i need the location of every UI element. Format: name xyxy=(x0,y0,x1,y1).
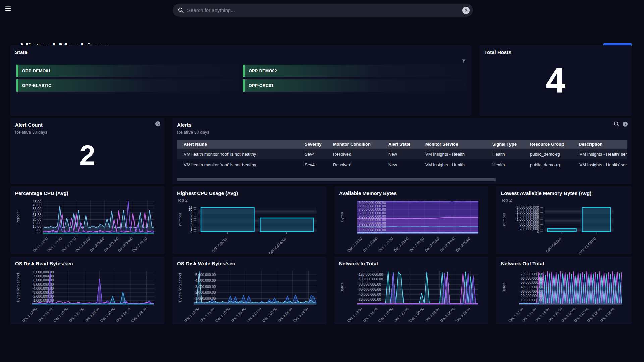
table-row[interactable]: VMHealth monitor 'root' is not healthySe… xyxy=(177,149,627,159)
disk-write-chart: Dec 1 12:00Dec 1 15:00Dec 1 18:00Dec 1 2… xyxy=(177,268,322,321)
svg-text:2,000,000,000.00: 2,000,000,000.00 xyxy=(359,225,386,229)
alert-count-panel: Alert Count Relative 30 days 2 xyxy=(10,118,164,184)
svg-text:2,000,000,000: 2,000,000,000 xyxy=(517,205,539,209)
alert-count-value: 2 xyxy=(10,139,164,171)
svg-text:Dec 1 18:00: Dec 1 18:00 xyxy=(377,236,394,253)
svg-text:60,000,000.00: 60,000,000.00 xyxy=(359,287,381,291)
svg-text:Dec 2 09:00: Dec 2 09:00 xyxy=(455,307,471,323)
alert-count-title: Alert Count xyxy=(15,121,160,129)
column-header[interactable]: Monitor Service xyxy=(425,142,492,147)
svg-text:Bytes: Bytes xyxy=(340,212,344,222)
svg-text:7,000,000.00: 7,000,000.00 xyxy=(33,274,54,278)
svg-text:50,000,000.00: 50,000,000.00 xyxy=(521,280,543,285)
svg-text:4,000,000.00: 4,000,000.00 xyxy=(195,278,216,282)
chart-title: Lowest Available Memory Bytes (Avg) xyxy=(501,190,627,197)
vm-state-tile[interactable]: OPP-ELASTIC xyxy=(16,79,239,92)
chart-title: OS Disk Write Bytes/sec xyxy=(177,260,322,267)
svg-text:Dec 2 03:00: Dec 2 03:00 xyxy=(424,307,440,323)
hamburger-menu-icon[interactable] xyxy=(5,5,13,12)
svg-text:20,000,000.00: 20,000,000.00 xyxy=(359,297,381,301)
svg-text:Dec 1 15:00: Dec 1 15:00 xyxy=(199,307,215,323)
column-header[interactable]: Description xyxy=(579,142,627,147)
alert-count-subtitle: Relative 30 days xyxy=(15,129,160,136)
search-icon xyxy=(178,7,184,13)
column-header[interactable]: Alert State xyxy=(388,142,425,147)
svg-text:Dec 1 12:00: Dec 1 12:00 xyxy=(183,307,200,323)
percentage-cpu-panel: Percentage CPU (Avg) Dec 1 12:00Dec 1 15… xyxy=(10,186,164,254)
svg-text:8,000,000.00: 8,000,000.00 xyxy=(33,270,54,274)
column-header[interactable]: Signal Type xyxy=(492,142,530,147)
svg-text:Dec 2 03:00: Dec 2 03:00 xyxy=(103,236,119,253)
available-memory-chart: Dec 1 12:00Dec 1 15:00Dec 1 18:00Dec 1 2… xyxy=(339,198,484,251)
svg-text:30,000,000.00: 30,000,000.00 xyxy=(521,289,543,293)
svg-text:Dec 2 06:00: Dec 2 06:00 xyxy=(439,236,456,253)
table-cell: Resolved xyxy=(333,162,388,167)
svg-text:Bytes: Bytes xyxy=(340,282,344,292)
column-header[interactable]: Resource Group xyxy=(530,142,579,147)
dashboard-grid: State OPP-DEMO01OPP-DEMO02OPP-ELASTICOPP… xyxy=(0,45,644,324)
svg-text:80,000,000.00: 80,000,000.00 xyxy=(359,282,381,286)
table-cell: VMHealth monitor 'root' is not healthy xyxy=(177,152,305,157)
column-header[interactable]: Monitor Condition xyxy=(333,142,388,147)
vm-name: OPP-DEMO01 xyxy=(22,69,51,73)
vm-state-tile[interactable]: OPP-DEMO02 xyxy=(243,65,466,77)
svg-text:70,000,000.00: 70,000,000.00 xyxy=(521,272,543,276)
svg-text:OPP-DEMO01: OPP-DEMO01 xyxy=(268,236,287,255)
chart-title: OS Disk Read Bytes/sec xyxy=(15,260,160,267)
svg-text:Dec 1 18:00: Dec 1 18:00 xyxy=(60,236,77,253)
svg-text:Dec 1 21:00: Dec 1 21:00 xyxy=(393,236,410,253)
alerts-table-header: Alert NameSeverityMonitor ConditionAlert… xyxy=(177,140,627,149)
clock-icon xyxy=(623,122,628,127)
svg-text:5,000,000.00: 5,000,000.00 xyxy=(195,273,216,277)
column-header[interactable]: Alert Name xyxy=(177,142,305,147)
svg-text:15.00: 15.00 xyxy=(33,221,41,225)
svg-text:Dec 2 00:00: Dec 2 00:00 xyxy=(409,307,425,323)
svg-text:10.00: 10.00 xyxy=(33,224,41,228)
disk-write-panel: OS Disk Write Bytes/sec Dec 1 12:00Dec 1… xyxy=(172,257,326,324)
svg-text:Bytes: Bytes xyxy=(502,282,506,292)
svg-text:BytesPerSecond: BytesPerSecond xyxy=(16,273,20,302)
network-out-chart: Dec 1 12:00Dec 1 15:00Dec 1 18:00Dec 1 2… xyxy=(501,268,627,321)
alerts-panel: Alerts Relative 30 days Alert NameSeveri… xyxy=(172,118,632,184)
chart-title: Available Memory Bytes xyxy=(339,190,484,197)
search-icon[interactable] xyxy=(614,121,619,127)
svg-text:Dec 1 18:00: Dec 1 18:00 xyxy=(53,307,69,323)
svg-text:Dec 2 03:00: Dec 2 03:00 xyxy=(99,307,116,323)
table-cell: VMHealth monitor 'root' is not healthy xyxy=(177,162,305,167)
svg-text:1,000,000,000.00: 1,000,000,000.00 xyxy=(359,228,386,232)
svg-text:Dec 1 18:00: Dec 1 18:00 xyxy=(215,307,231,323)
alerts-table-body: VMHealth monitor 'root' is not healthySe… xyxy=(177,149,627,170)
table-row[interactable]: VMHealth monitor 'root' is not healthySe… xyxy=(177,159,627,170)
table-cell: Sev4 xyxy=(305,162,333,167)
help-icon[interactable]: ? xyxy=(462,7,470,14)
alerts-table-scrollbar[interactable] xyxy=(177,178,627,181)
chart-title: Highest CPU Usage (Avg) xyxy=(177,190,322,197)
svg-text:Dec 1 21:00: Dec 1 21:00 xyxy=(230,307,247,323)
alerts-subtitle: Relative 30 days xyxy=(177,129,627,136)
svg-text:Dec 2 09:00: Dec 2 09:00 xyxy=(455,236,471,253)
top-bar: ? xyxy=(0,0,644,17)
svg-text:OPP-ORC01: OPP-ORC01 xyxy=(545,236,562,254)
global-search: ? xyxy=(173,4,473,17)
lowest-memory-panel: Lowest Available Memory Bytes (Avg) Top … xyxy=(496,186,632,254)
filter-funnel-icon[interactable] xyxy=(462,59,466,63)
column-header[interactable]: Severity xyxy=(305,142,333,147)
svg-text:8,000,000,000.00: 8,000,000,000.00 xyxy=(359,204,386,208)
scrollbar-thumb[interactable] xyxy=(177,178,496,181)
svg-text:number: number xyxy=(178,213,182,226)
svg-text:Dec 1 21:00: Dec 1 21:00 xyxy=(393,307,410,323)
svg-text:Dec 1 12:00: Dec 1 12:00 xyxy=(346,307,363,323)
svg-text:Dec 2 00:00: Dec 2 00:00 xyxy=(409,236,425,253)
svg-text:Dec 1 15:00: Dec 1 15:00 xyxy=(46,236,63,253)
svg-text:45.00: 45.00 xyxy=(33,200,41,204)
vm-state-tile[interactable]: OPP-ORC01 xyxy=(243,79,466,92)
vm-state-tile[interactable]: OPP-DEMO01 xyxy=(16,65,239,77)
disk-read-panel: OS Disk Read Bytes/sec Dec 1 12:00Dec 1 … xyxy=(10,257,164,324)
table-cell: Sev4 xyxy=(305,152,333,157)
svg-text:1,000,000.00: 1,000,000.00 xyxy=(195,296,216,300)
search-input[interactable] xyxy=(187,7,462,13)
table-cell: 'VM Insights - Health' serv xyxy=(579,162,627,167)
svg-text:number: number xyxy=(502,213,506,226)
svg-text:Dec 1 12:00: Dec 1 12:00 xyxy=(32,236,49,253)
svg-text:OPP-ELASTIC: OPP-ELASTIC xyxy=(578,236,597,256)
